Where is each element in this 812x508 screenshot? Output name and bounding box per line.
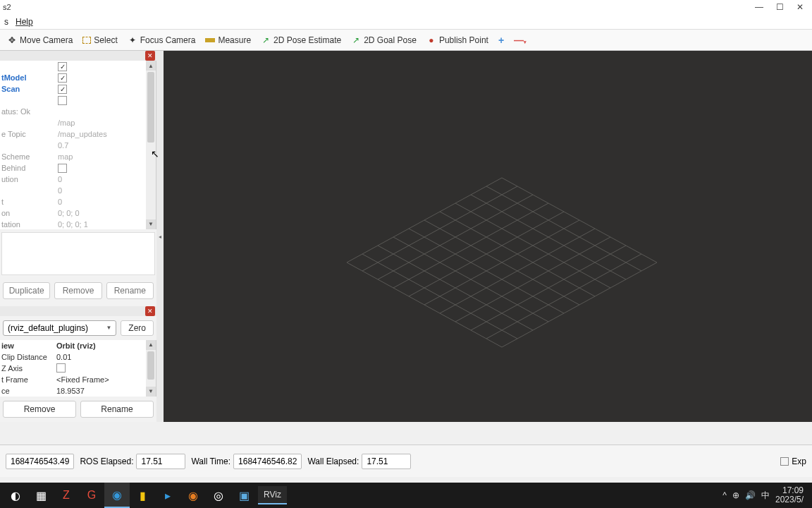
views-panel-header: ✕ <box>0 306 156 316</box>
3d-viewport[interactable] <box>164 51 812 422</box>
volume-icon[interactable]: 🔊 <box>745 490 756 500</box>
tree-row[interactable]: Clip Distance0.01 <box>0 351 156 363</box>
displays-scrollbar[interactable]: ▲ ▼ <box>146 61 156 229</box>
tree-row[interactable]: e Topic/map_updates <box>0 128 156 140</box>
menu-panels[interactable]: s <box>4 17 8 27</box>
network-icon[interactable]: ⊕ <box>732 490 739 500</box>
tree-value: /map <box>58 119 75 127</box>
rename-button[interactable]: Rename <box>106 282 154 299</box>
views-tree[interactable]: iewOrbit (rviz)Clip Distance0.01Z Axist … <box>0 340 156 397</box>
checkbox-icon[interactable] <box>780 457 789 466</box>
tree-row[interactable]: ✓ <box>0 61 156 72</box>
rviz-taskbar-button[interactable]: RViz <box>258 486 287 504</box>
left-panel: ✕ ✓tModel✓Scan✓atus: Ok/mape Topic/map_u… <box>0 51 156 422</box>
displays-tree[interactable]: ✓tModel✓Scan✓atus: Ok/mape Topic/map_upd… <box>0 61 156 229</box>
select-button[interactable]: Select <box>82 35 117 45</box>
add-tool-button[interactable]: + <box>498 35 504 46</box>
tree-row[interactable]: tModel✓ <box>0 72 156 83</box>
task-view-icon[interactable]: ▦ <box>28 483 54 508</box>
tray-up-icon[interactable]: ^ <box>722 490 727 500</box>
move-camera-button[interactable]: ✥ Move Camera <box>7 35 73 45</box>
firefox-icon[interactable]: ◉ <box>180 483 206 508</box>
tree-row[interactable]: ce18.9537 <box>0 385 156 397</box>
viewport-grid <box>164 51 812 422</box>
tree-row[interactable]: on0; 0; 0 <box>0 207 156 219</box>
remove-tool-button[interactable]: —▾ <box>514 35 527 46</box>
tree-row[interactable]: Z Axis <box>0 363 156 374</box>
wall-elapsed-field: Wall Elapsed: 17.51 <box>307 454 411 469</box>
checkbox-icon[interactable]: ✓ <box>58 85 67 94</box>
zero-button[interactable]: Zero <box>121 320 154 336</box>
tree-row[interactable]: atus: Ok <box>0 106 156 117</box>
wall-time-label: Wall Time: <box>191 456 230 466</box>
tree-label: tModel <box>1 73 58 82</box>
edge-icon[interactable]: ◉ <box>104 483 130 508</box>
tree-row[interactable]: iewOrbit (rviz) <box>0 340 156 351</box>
tree-row[interactable]: /map <box>0 117 156 128</box>
tree-label: Scheme <box>1 152 58 161</box>
scroll-down-icon[interactable]: ▼ <box>146 387 156 397</box>
tree-value: 0 <box>58 175 62 183</box>
checkbox-icon[interactable] <box>58 164 67 173</box>
tree-label: tation <box>1 220 58 229</box>
app-icon-3[interactable]: ▣ <box>231 483 257 508</box>
experimental-label: Exp <box>792 456 806 466</box>
obs-icon[interactable]: ◎ <box>206 483 231 508</box>
measure-button[interactable]: Measure <box>205 35 251 45</box>
tree-row[interactable]: tation0; 0; 0; 1 <box>0 219 156 229</box>
experimental-check[interactable]: Exp <box>780 456 806 466</box>
close-button[interactable]: ✕ <box>796 2 804 12</box>
file-explorer-icon[interactable]: ▮ <box>130 483 155 508</box>
tree-row[interactable]: Schememap <box>0 151 156 162</box>
ime-icon[interactable]: 中 <box>761 490 770 502</box>
displays-close-icon[interactable]: ✕ <box>145 51 155 61</box>
pose-estimate-button[interactable]: ↗ 2D Pose Estimate <box>261 35 341 45</box>
tree-row[interactable]: 0 <box>0 185 156 196</box>
view-type-combo[interactable]: (rviz_default_plugins) ▼ <box>3 320 116 336</box>
scroll-up-icon[interactable]: ▲ <box>146 340 156 350</box>
scroll-thumb[interactable] <box>147 351 154 380</box>
app-icon-1[interactable]: Z <box>54 483 79 508</box>
goal-pose-button[interactable]: ↗ 2D Goal Pose <box>351 35 417 45</box>
tree-label: t Frame <box>1 375 56 384</box>
select-icon <box>82 37 91 44</box>
views-rename-button[interactable]: Rename <box>80 401 154 418</box>
tree-row[interactable]: Behind <box>0 162 156 174</box>
scroll-up-icon[interactable]: ▲ <box>146 61 156 71</box>
tree-row[interactable]: ution0 <box>0 174 156 185</box>
tree-row[interactable]: t0 <box>0 196 156 207</box>
tree-row[interactable]: t Frame<Fixed Frame> <box>0 374 156 385</box>
wall-time-value[interactable]: 1684746546.82 <box>233 454 302 469</box>
views-remove-button[interactable]: Remove <box>3 401 76 418</box>
menu-help[interactable]: Help <box>16 17 33 27</box>
checkbox-icon[interactable]: ✓ <box>58 62 67 71</box>
tree-label: e Topic <box>1 130 58 138</box>
system-tray: ^ ⊕ 🔊 中 17:09 2023/5/ <box>722 486 809 504</box>
ros-time-value[interactable]: 1684746543.49 <box>6 454 74 469</box>
tree-row[interactable]: Scan✓ <box>0 83 156 95</box>
publish-point-button[interactable]: ● Publish Point <box>426 35 488 45</box>
panel-collapse-handle[interactable]: ◂ <box>156 51 164 422</box>
maximize-button[interactable]: ☐ <box>776 2 784 12</box>
displays-buttons: Duplicate Remove Rename <box>0 278 156 303</box>
ros-elapsed-field: ROS Elapsed: 17.51 <box>80 454 185 469</box>
app-icon-2[interactable]: G <box>79 483 104 508</box>
terminal-icon[interactable]: ▸ <box>155 483 180 508</box>
checkbox-icon[interactable] <box>56 363 66 373</box>
scroll-down-icon[interactable]: ▼ <box>146 219 156 229</box>
ros-elapsed-value[interactable]: 17.51 <box>136 454 185 469</box>
views-scrollbar[interactable]: ▲ ▼ <box>146 340 156 397</box>
clock[interactable]: 17:09 2023/5/ <box>775 486 804 504</box>
views-close-icon[interactable]: ✕ <box>145 306 155 316</box>
minimize-button[interactable]: — <box>755 2 763 12</box>
duplicate-button[interactable]: Duplicate <box>3 282 50 299</box>
scroll-thumb[interactable] <box>147 72 154 143</box>
wall-elapsed-value[interactable]: 17.51 <box>362 454 411 469</box>
focus-camera-button[interactable]: ✦ Focus Camera <box>128 35 196 45</box>
tree-row[interactable] <box>0 95 156 106</box>
remove-button[interactable]: Remove <box>54 282 102 299</box>
tree-row[interactable]: 0.7 <box>0 140 156 151</box>
start-icon[interactable]: ◐ <box>3 483 28 508</box>
checkbox-icon[interactable]: ✓ <box>58 73 67 83</box>
checkbox-icon[interactable] <box>58 96 67 105</box>
